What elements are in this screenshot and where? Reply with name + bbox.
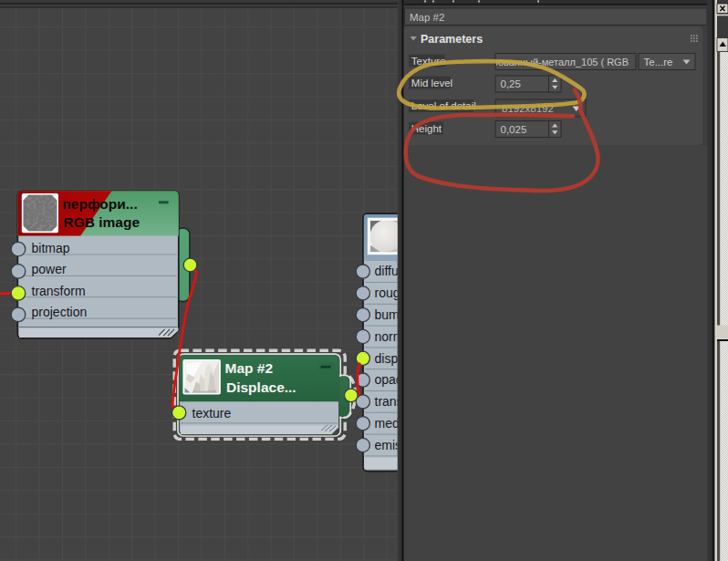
svg-text:Displace...: Displace...: [226, 379, 296, 395]
svg-text:bitmap: bitmap: [32, 241, 70, 255]
svg-text:Map #2: Map #2: [410, 12, 444, 23]
svg-text:displ: displ: [375, 351, 401, 366]
svg-text:Parameters: Parameters: [421, 33, 483, 46]
svg-text:0,025: 0,025: [501, 124, 527, 135]
svg-text:RGB image: RGB image: [64, 214, 140, 230]
svg-text:Mid level: Mid level: [411, 78, 452, 88]
svg-text:перфори...: перфори...: [63, 196, 138, 212]
svg-text:Te...re: Te...re: [644, 57, 673, 68]
svg-text:Map #2: Map #2: [225, 360, 274, 376]
svg-text:texture: texture: [192, 406, 232, 421]
svg-text:projection: projection: [32, 305, 88, 319]
svg-text:transform: transform: [32, 284, 86, 298]
svg-text:power: power: [32, 262, 67, 276]
svg-text:0,25: 0,25: [501, 78, 521, 89]
